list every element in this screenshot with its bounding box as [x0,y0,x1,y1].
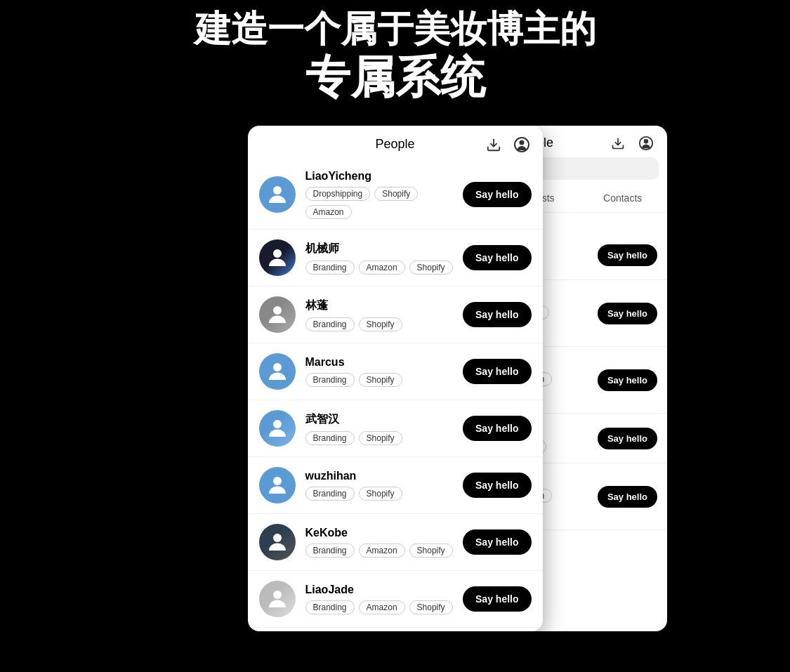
say-hello-button[interactable]: Say hello [463,473,531,498]
say-hello-button[interactable]: Say hello [463,586,531,612]
say-hello-button[interactable]: Say hello [598,428,657,449]
avatar [259,410,296,447]
cards-container: People [0,126,790,631]
left-people-card: People [248,126,543,631]
list-item: KeKobe BrandingAmazonShopify Say hello [248,514,543,571]
tag: Shopify [359,431,402,445]
tags: DropshippingShopifyAmazon [305,187,454,219]
tags: BrandingShopify [305,373,454,387]
tag: Shopify [409,543,453,558]
tags: BrandingAmazonShopify [305,600,454,614]
svg-point-9 [273,534,282,542]
person-name: KeKobe [305,527,454,539]
tag: Amazon [359,261,405,275]
list-item: 林蓬 BrandingShopify Say hello [248,286,543,343]
svg-point-10 [273,591,282,599]
svg-point-2 [519,140,524,145]
say-hello-button[interactable]: Say hello [598,369,657,391]
tag: Shopify [359,317,402,331]
person-info: KeKobe BrandingAmazonShopify [305,527,454,558]
avatar [259,467,296,503]
avatar [259,176,296,213]
person-name: LiaoYicheng [305,170,454,183]
person-info: 机械师 BrandingAmazonShopify [305,242,454,275]
title-line1: 建造一个属于美妆博主的 [14,7,776,51]
title-section: 建造一个属于美妆博主的 专属系统 [0,0,790,126]
profile-icon[interactable] [512,135,532,154]
tag: Branding [305,261,355,275]
right-download-icon[interactable] [608,133,628,153]
svg-point-5 [273,306,282,315]
svg-point-13 [644,139,648,143]
avatar [259,353,296,390]
list-item: LiaoJade BrandingAmazonShopify Say hello [248,571,543,628]
left-card-title: People [375,137,414,152]
tags: BrandingShopify [305,431,454,445]
tags: BrandingShopify [305,487,454,501]
person-name: 机械师 [305,242,454,256]
list-item: 机械师 BrandingAmazonShopify Say hello [248,230,543,286]
tag: Shopify [359,373,402,387]
tags: BrandingShopify [305,317,454,331]
right-header-icons [608,133,656,153]
say-hello-button[interactable]: Say hello [463,416,531,441]
tag: Branding [305,487,355,501]
left-header-icons [484,135,532,154]
tag: Amazon [305,205,352,219]
tag: Shopify [374,187,418,201]
svg-point-6 [273,363,282,371]
tag: Branding [305,373,355,387]
person-name: 林蓬 [305,298,454,313]
tags: BrandingAmazonShopify [305,543,454,558]
right-profile-icon[interactable] [636,133,656,153]
avatar [259,524,296,560]
person-name: Marcus [305,356,454,369]
left-card-header: People [248,126,543,160]
list-item: 武智汉 BrandingShopify Say hello [248,400,543,457]
tag: Amazon [359,543,405,558]
person-info: Marcus BrandingShopify [305,356,454,387]
title-line2: 专属系统 [14,51,776,105]
say-hello-button[interactable]: Say hello [463,359,531,384]
avatar [259,239,296,276]
svg-point-4 [273,249,282,258]
svg-point-3 [273,186,282,195]
tab-contacts[interactable]: Contacts [578,185,667,212]
tag: Branding [305,543,355,558]
list-item: LiaoYicheng DropshippingShopifyAmazon Sa… [248,160,543,230]
avatar [259,581,296,617]
person-info: 林蓬 BrandingShopify [305,298,454,331]
say-hello-button[interactable]: Say hello [463,182,531,207]
person-info: LiaoYicheng DropshippingShopifyAmazon [305,170,454,219]
say-hello-button[interactable]: Say hello [463,245,531,270]
tag: Amazon [359,600,405,614]
person-name: 武智汉 [305,412,454,427]
list-item: wuzhihan BrandingShopify Say hello [248,457,543,514]
svg-point-8 [273,477,282,485]
svg-point-7 [273,420,282,428]
say-hello-button[interactable]: Say hello [463,529,531,555]
tag: Branding [305,431,355,445]
tag: Dropshipping [305,187,371,201]
person-info: wuzhihan BrandingShopify [305,470,454,501]
say-hello-button[interactable]: Say hello [463,302,531,327]
tag: Branding [305,317,355,331]
say-hello-button[interactable]: Say hello [598,303,657,324]
person-info: LiaoJade BrandingAmazonShopify [305,584,454,614]
tag: Shopify [409,261,453,275]
download-icon[interactable] [484,135,503,154]
say-hello-button[interactable]: Say hello [598,486,657,508]
list-item: Marcus BrandingShopify Say hello [248,343,543,400]
avatar [259,296,296,333]
tag: Shopify [409,600,453,614]
person-name: LiaoJade [305,584,454,596]
left-people-list: LiaoYicheng DropshippingShopifyAmazon Sa… [248,160,543,628]
tags: BrandingAmazonShopify [305,261,454,275]
say-hello-button[interactable]: Say hello [598,244,657,266]
person-name: wuzhihan [305,470,454,482]
tag: Branding [305,600,355,614]
person-info: 武智汉 BrandingShopify [305,412,454,445]
tag: Shopify [359,487,402,501]
